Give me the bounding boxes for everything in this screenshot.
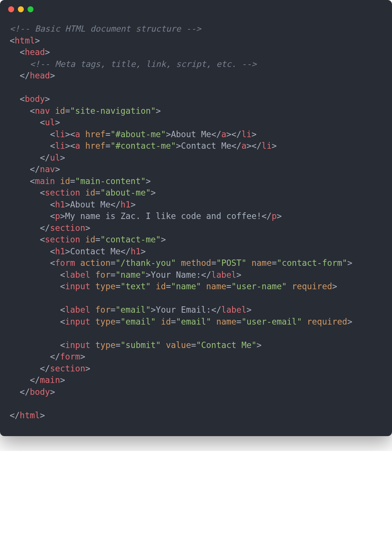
code-window: <!-- Basic HTML document structure --> <…: [0, 0, 392, 436]
submit-value: "Contact Me": [196, 340, 257, 350]
tag-nav: nav: [35, 106, 50, 116]
code-block: <!-- Basic HTML document structure --> <…: [0, 19, 392, 425]
minimize-icon[interactable]: [18, 6, 24, 12]
code-comment: <!-- Basic HTML document structure -->: [10, 24, 201, 33]
label-email: Your Email:: [156, 305, 211, 315]
label-name: Your Name:: [151, 270, 201, 280]
code-comment: <!-- Meta tags, title, link, script, etc…: [30, 59, 257, 69]
link-contact-me: Contact Me: [181, 141, 231, 151]
tag-head: head: [25, 47, 45, 57]
zoom-icon[interactable]: [28, 6, 33, 12]
heading-contact: Contact Me: [70, 246, 121, 256]
tag-html: html: [15, 36, 35, 45]
tag-main: main: [35, 176, 55, 186]
heading-about: About Me: [70, 200, 110, 209]
paragraph-about: My name is Zac. I like code and coffee!: [65, 211, 261, 221]
link-about-me: About Me: [171, 129, 211, 139]
close-icon[interactable]: [8, 6, 14, 12]
window-titlebar: [0, 0, 392, 19]
tag-body: body: [25, 94, 45, 104]
